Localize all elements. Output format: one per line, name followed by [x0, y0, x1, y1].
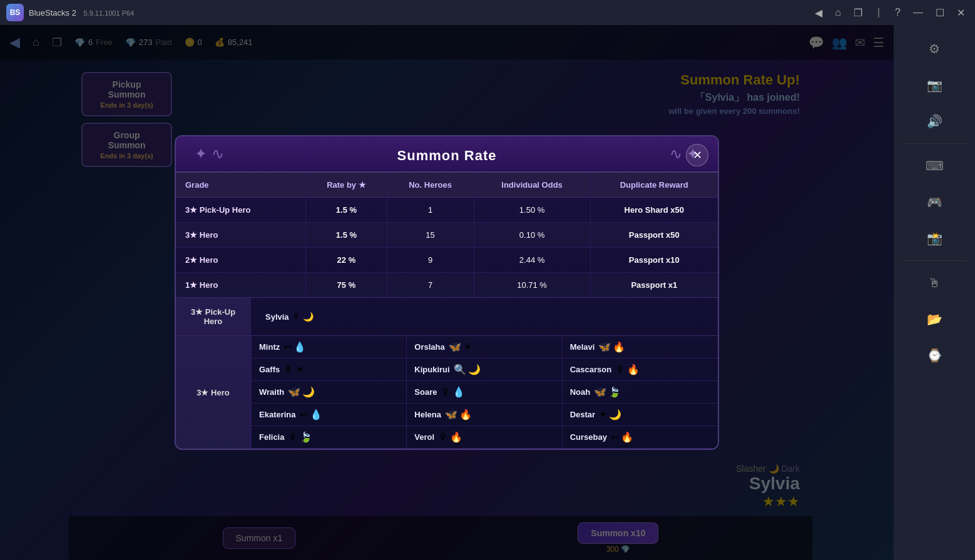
bs-gamepad-btn[interactable]: 🎮 — [919, 186, 950, 218]
noah-weapon-icon: 🦋 — [594, 386, 606, 398]
hero-entry-mintz: Mintz ↩ 💧 — [252, 336, 407, 359]
hero-name-soare: Soare — [414, 387, 437, 397]
hero-entry-ekaterina: Ekaterina ↩ 💧 — [252, 404, 407, 426]
hero-entry-verol: Verol 🎙 🔥 — [407, 426, 562, 449]
game-background: ◀ ⌂ ❐ 💎 6 Free 💎 273 Paid 🪙 0 💰 85,241 💬… — [0, 25, 894, 560]
hero-entry-destar: Destar ✦ 🌙 — [563, 404, 718, 426]
hero-name-mintz: Mintz — [259, 342, 280, 352]
hero-name-ekaterina: Ekaterina — [259, 410, 296, 419]
sylvia-element-icon: 🌙 — [303, 312, 314, 322]
felicia-weapon-icon: 🎙 — [288, 432, 298, 443]
felicia-element-icon: 🍃 — [300, 431, 312, 443]
titlebar-multi-btn[interactable]: ❐ — [850, 6, 866, 20]
rate-pickup: 1.5 % — [306, 198, 387, 223]
bluestacks-right-sidebar: ⚙ 📷 🔊 ⌨ 🎮 📸 🖱 📂 ⌚ — [894, 25, 975, 560]
titlebar-home-btn[interactable]: ⌂ — [831, 6, 845, 19]
hero-entry-orslaha: Orslaha 🦋 ☀ — [407, 336, 562, 359]
destar-element-icon: 🌙 — [609, 409, 621, 420]
bs-mouse-btn[interactable]: 🖱 — [919, 267, 950, 298]
cursebay-element-icon: 🔥 — [621, 431, 633, 443]
wraith-weapon-icon: 🦋 — [288, 386, 300, 398]
col-no-heroes: No. Heroes — [387, 173, 474, 198]
titlebar-controls: ◀ ⌂ ❐ | ? — ☐ ✕ — [811, 6, 969, 20]
no-heroes-2star: 9 — [387, 248, 474, 273]
hero-entry-wraith: Wraith 🦋 🌙 — [252, 381, 407, 404]
hero-name-wraith: Wraith — [259, 387, 284, 397]
hero-grid-section: 3★ Hero Mintz ↩ 💧 Orslaha — [176, 335, 718, 449]
hero-name-destar: Destar — [570, 410, 595, 419]
melavi-element-icon: 🔥 — [613, 341, 625, 353]
table-row: 3★ Pick-Up Hero 1.5 % 1 1.50 % Hero Shar… — [176, 198, 718, 223]
summon-rate-modal: ✦ ∿ Summon Rate ∿ ✦ ✕ Grade Rate by ★ No… — [175, 135, 719, 450]
modal-title: Summon Rate — [397, 148, 497, 163]
col-rate-by-star: Rate by ★ — [306, 173, 387, 198]
gaffs-weapon-icon: 🎙 — [283, 364, 294, 375]
titlebar-appname: BlueStacks 2 5.9.11.1001 P64 — [29, 8, 811, 18]
hero-entry-felicia: Felicia 🎙 🍃 — [252, 426, 407, 449]
odds-3star: 0.10 % — [474, 223, 590, 248]
hero-grid: Mintz ↩ 💧 Orslaha 🦋 ☀ — [251, 336, 718, 449]
hero-name-cascarson: Cascarson — [570, 365, 611, 374]
reward-1star: Passport x1 — [590, 273, 718, 298]
grade-3star-hero: 3★ Hero — [176, 223, 306, 248]
modal-close-button[interactable]: ✕ — [686, 144, 708, 166]
right-sidebar-divider — [902, 143, 967, 144]
bs-keyboard-btn[interactable]: ⌨ — [919, 150, 950, 181]
hero-name-verol: Verol — [414, 432, 434, 442]
hero-entry-kipukirui: Kipukirui 🔍 🌙 — [407, 359, 562, 381]
titlebar: BS BlueStacks 2 5.9.11.1001 P64 ◀ ⌂ ❐ | … — [0, 0, 975, 25]
soare-weapon-icon: 🎙 — [441, 387, 451, 398]
melavi-weapon-icon: 🦋 — [598, 341, 611, 353]
orslaha-weapon-icon: 🦋 — [449, 341, 461, 353]
ekaterina-element-icon: 💧 — [310, 409, 322, 420]
titlebar-minimize-btn[interactable]: — — [909, 6, 927, 19]
reward-pickup: Hero Shard x50 — [590, 198, 718, 223]
modal-scroll-area[interactable]: Grade Rate by ★ No. Heroes Individual Od… — [176, 173, 718, 449]
bs-volume-btn[interactable]: 🔊 — [919, 106, 950, 137]
helena-weapon-icon: 🦋 — [445, 409, 457, 420]
hero-name-felicia: Felicia — [259, 432, 284, 442]
hero-entry-cascarson: Cascarson 🎙 🔥 — [563, 359, 718, 381]
rate-2star: 22 % — [306, 248, 387, 273]
odds-1star: 10.71 % — [474, 273, 590, 298]
no-heroes-1star: 7 — [387, 273, 474, 298]
titlebar-help-btn[interactable]: ? — [891, 6, 904, 19]
reward-2star: Passport x10 — [590, 248, 718, 273]
table-row: 2★ Hero 22 % 9 2.44 % Passport x10 — [176, 248, 718, 273]
hero-entry-melavi: Melavi 🦋 🔥 — [563, 336, 718, 359]
hero-name-helena: Helena — [414, 410, 441, 419]
bs-screenshot-btn[interactable]: 📷 — [919, 69, 950, 101]
hero-entry-soare: Soare 🎙 💧 — [407, 381, 562, 404]
sylvia-icons: 🎙 🌙 — [292, 312, 314, 322]
bs-camera-btn[interactable]: 📸 — [919, 223, 950, 254]
modal-overlay: ✦ ∿ Summon Rate ∿ ✦ ✕ Grade Rate by ★ No… — [0, 25, 894, 560]
grade-pickup-hero: 3★ Pick-Up Hero — [176, 198, 306, 223]
pickup-section-label: 3★ Pick-UpHero — [176, 298, 251, 335]
hero-name-sylvia: Sylvia — [265, 312, 289, 322]
odds-pickup: 1.50 % — [474, 198, 590, 223]
bs-timer-btn[interactable]: ⌚ — [919, 340, 950, 371]
helena-element-icon: 🔥 — [459, 409, 472, 420]
grade-2star-hero: 2★ Hero — [176, 248, 306, 273]
kipukirui-weapon-icon: 🔍 — [454, 364, 466, 375]
summon-rate-table: Grade Rate by ★ No. Heroes Individual Od… — [176, 173, 718, 297]
bs-folder-btn[interactable]: 📂 — [919, 303, 950, 335]
cascarson-weapon-icon: 🎙 — [615, 364, 625, 375]
reward-3star: Passport x50 — [590, 223, 718, 248]
hero-name-cursebay: Cursebay — [570, 432, 607, 442]
grade-1star-hero: 1★ Hero — [176, 273, 306, 298]
table-row: 1★ Hero 75 % 7 10.71 % Passport x1 — [176, 273, 718, 298]
verol-weapon-icon: 🎙 — [438, 432, 448, 443]
mintz-element-icon: 💧 — [294, 341, 306, 353]
bs-settings-btn[interactable]: ⚙ — [919, 33, 950, 64]
hero-name-noah: Noah — [570, 387, 591, 397]
hero-name-melavi: Melavi — [570, 342, 595, 352]
right-sidebar-divider-2 — [902, 260, 967, 261]
titlebar-back-btn[interactable]: ◀ — [811, 6, 826, 20]
titlebar-maximize-btn[interactable]: ☐ — [932, 6, 948, 20]
mintz-weapon-icon: ↩ — [283, 341, 292, 353]
rate-3star: 1.5 % — [306, 223, 387, 248]
ekaterina-weapon-icon: ↩ — [300, 409, 308, 420]
titlebar-close-btn[interactable]: ✕ — [953, 6, 969, 20]
hero-entry-sylvia: Sylvia 🎙 🌙 — [260, 309, 354, 324]
